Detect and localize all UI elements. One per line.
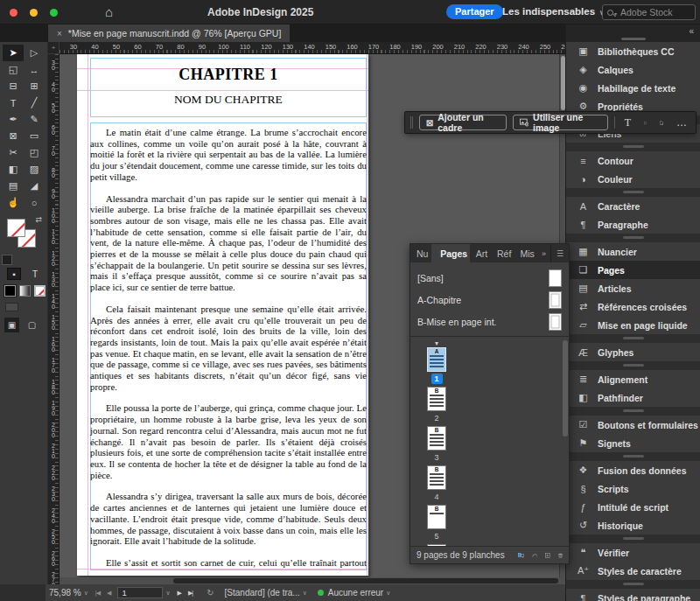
pages-panel-tab-mis[interactable]: Mis: [514, 244, 536, 262]
page-tool[interactable]: ◱: [3, 61, 24, 78]
vertical-ruler[interactable]: 3 04 05 06 07 08 09 01 0 01 1 01 2 01 3 …: [48, 54, 60, 584]
note-tool[interactable]: ▤: [3, 178, 24, 194]
ruler-origin-corner[interactable]: +: [48, 42, 60, 54]
dock-item-fusion-des-donnees[interactable]: ❖Fusion des données: [566, 461, 700, 479]
chapter-title[interactable]: CHAPITRE 1: [90, 66, 367, 84]
content-placer-tool[interactable]: ⊞: [24, 78, 45, 94]
dock-item-styles-de-caractere[interactable]: A⁺Styles de caractère: [566, 562, 700, 580]
margin-guide[interactable]: [367, 54, 368, 576]
page-thumbnail[interactable]: B: [427, 465, 446, 490]
document-tab[interactable]: × *Mise en page manuscrit.indd @ 76% [Ap…: [48, 24, 290, 42]
share-button[interactable]: Partager: [446, 4, 503, 19]
page-thumbnail-item[interactable]: A1: [417, 347, 456, 384]
document-page[interactable]: CHAPITRE 1 NOM DU CHAPITRE Le matin étai…: [77, 54, 368, 576]
zoom-level[interactable]: 75,98 %: [49, 588, 81, 598]
dock-item-alignement[interactable]: ≣Alignement: [566, 370, 700, 388]
page-thumbnail-item[interactable]: B5: [417, 505, 456, 542]
page-thumbnail[interactable]: B: [427, 505, 446, 529]
chevron-down-icon[interactable]: ∨: [165, 590, 170, 597]
apply-to-text-button[interactable]: T: [28, 268, 42, 280]
last-page-button[interactable]: ▶|: [188, 590, 192, 597]
dock-item-articles[interactable]: ▤Articles: [566, 279, 700, 297]
close-icon[interactable]: ×: [57, 29, 62, 38]
dock-item-couleur[interactable]: ◑Couleur: [566, 170, 700, 188]
dock-item-intitule-de-script[interactable]: ƒIntitulé de script: [566, 498, 700, 516]
page-thumbnail-item[interactable]: B3: [417, 426, 456, 463]
selection-tool[interactable]: ➤: [3, 45, 24, 61]
dock-group-separator[interactable]: [566, 234, 700, 242]
add-page-plus-icon[interactable]: [656, 117, 667, 129]
page-thumbnail[interactable]: B: [427, 544, 446, 546]
fill-color-none-swatch[interactable]: [7, 219, 25, 237]
preview-screen-mode-button[interactable]: ▢: [24, 318, 39, 332]
dock-group-separator[interactable]: [566, 407, 700, 416]
gradient-tool[interactable]: ◧: [3, 161, 24, 178]
chevron-down-icon[interactable]: ∨: [303, 590, 307, 597]
dock-group-separator[interactable]: [566, 580, 700, 589]
dock-item-styles-de-paragraphe[interactable]: ¶Styles de paragraphe: [566, 589, 700, 601]
content-collector-tool[interactable]: ⊟: [3, 78, 24, 94]
panel-menu-icon[interactable]: ☰: [550, 244, 569, 262]
dock-item-boutons-et-formulaires[interactable]: ☑Boutons et formulaires: [566, 416, 700, 434]
pages-panel-tab-pages[interactable]: Pages: [431, 244, 470, 262]
dock-item-caractere[interactable]: ACaractère: [566, 197, 700, 215]
horizontal-ruler[interactable]: 3040506070809010011012013014015016017018…: [60, 42, 565, 54]
previous-page-button[interactable]: ◀: [107, 590, 110, 597]
rectangle-tool[interactable]: ▭: [24, 128, 45, 144]
pages-panel-tab-art[interactable]: Art: [470, 244, 491, 262]
dock-group-separator[interactable]: [566, 361, 700, 370]
preflight-profile[interactable]: [Standard] (de tra...: [225, 588, 300, 598]
page-thumbnail[interactable]: B: [427, 387, 446, 411]
pages-panel-tab-nu[interactable]: Nu: [410, 244, 431, 262]
body-text[interactable]: Le matin était d’une calme étrange. La b…: [90, 127, 367, 571]
add-frame-button[interactable]: ⊠ Ajouter un cadre: [419, 115, 507, 130]
new-page-icon[interactable]: [545, 550, 550, 561]
type-tool[interactable]: T: [3, 94, 24, 111]
next-page-button[interactable]: ▶: [178, 590, 181, 597]
gap-tool[interactable]: ↔: [24, 61, 45, 78]
direct-selection-tool[interactable]: ▷: [24, 45, 45, 61]
home-icon[interactable]: ⌂: [105, 4, 113, 19]
adobe-stock-search[interactable]: ▾ Adobe Stock: [602, 4, 696, 20]
more-options-icon[interactable]: …: [673, 116, 690, 129]
master-row[interactable]: [Sans]: [417, 267, 562, 289]
dock-item-references-croisees[interactable]: ⇄Références croisées: [566, 297, 700, 316]
toolbar-drag-handle[interactable]: [410, 116, 413, 129]
pencil-tool[interactable]: ✎: [24, 111, 45, 128]
dock-group-separator[interactable]: [566, 452, 700, 461]
dock-group-separator[interactable]: [566, 143, 700, 151]
horizontal-scrollbar[interactable]: [60, 577, 565, 584]
eyedropper-tool[interactable]: ◢: [24, 178, 45, 194]
dock-item-mise-en-page-liquide[interactable]: ▱Mise en page liquide: [566, 316, 700, 334]
dock-drag-handle[interactable]: [621, 38, 646, 40]
page-thumbnail[interactable]: B: [427, 426, 446, 451]
gradient-feather-tool[interactable]: ▨: [24, 161, 45, 178]
page-thumbnail-item[interactable]: B: [417, 544, 456, 546]
chapter-subtitle[interactable]: NOM DU CHAPITRE: [90, 93, 367, 107]
zoom-tool[interactable]: ○: [24, 194, 45, 211]
master-thumbnail[interactable]: [549, 291, 562, 309]
dock-item-contour[interactable]: ≡Contour: [566, 151, 700, 170]
dock-item-paragraphe[interactable]: ¶Paragraphe: [566, 215, 700, 234]
add-text-icon[interactable]: T: [621, 116, 634, 129]
dock-item-scripts[interactable]: §Scripts: [566, 479, 700, 498]
master-thumbnail[interactable]: [549, 313, 562, 331]
hand-tool[interactable]: ☝: [3, 194, 24, 211]
dock-item-habillage-de-texte[interactable]: ◉Habillage de texte: [566, 79, 700, 97]
mac-close-button[interactable]: [10, 9, 18, 17]
gradient-button[interactable]: [19, 285, 31, 297]
master-thumbnail[interactable]: [549, 269, 562, 287]
chevron-down-icon[interactable]: ∨: [386, 590, 390, 597]
collapse-panels-icon[interactable]: «: [689, 26, 694, 36]
tab-overflow-icon[interactable]: »: [537, 244, 550, 262]
normal-screen-mode-button[interactable]: ▣: [4, 318, 19, 332]
dock-item-glyphes[interactable]: ÆGlyphes: [566, 343, 700, 361]
page-thumbnail[interactable]: A: [427, 347, 446, 372]
dock-item-calques[interactable]: ◈Calques: [566, 60, 700, 79]
chevron-down-icon[interactable]: ∨: [84, 590, 88, 597]
master-row[interactable]: A-Chapitre: [417, 289, 562, 311]
frame-tool[interactable]: ⊠: [3, 128, 24, 144]
dock-item-pages[interactable]: ❏Pages: [566, 261, 700, 279]
dock-group-separator[interactable]: [566, 334, 700, 343]
none-color-button[interactable]: [34, 285, 46, 297]
